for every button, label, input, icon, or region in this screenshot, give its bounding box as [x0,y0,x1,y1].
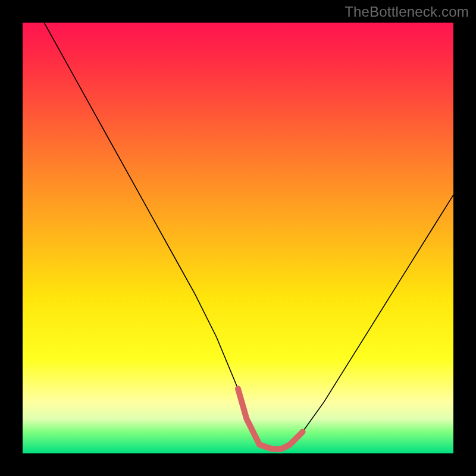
bottleneck-curve-line [44,23,453,449]
chart-svg [23,23,453,453]
valley-highlight-line [238,389,303,449]
chart-plot-area [23,23,453,453]
watermark-text: TheBottleneck.com [345,4,469,20]
